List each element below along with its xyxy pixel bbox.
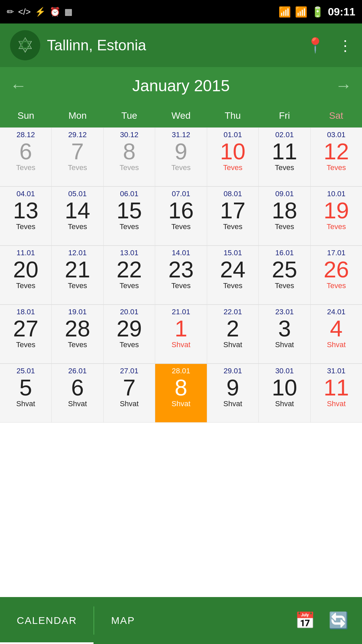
cell-day-num: 11 [272,140,297,163]
cell-greg-date: 21.01 [155,306,206,316]
calendar-cell[interactable]: 14.0123Teves [155,246,206,305]
calendar-cell[interactable]: 16.0125Teves [259,246,310,305]
calendar-cell[interactable]: 28.126Teves [0,128,51,186]
cell-greg-date: 04.01 [0,188,51,198]
wifi-icon: 📶 [279,6,291,18]
calendar-cell[interactable]: 29.019Shvat [207,364,258,423]
cell-greg-date: 31.01 [311,365,362,375]
calendar-today-icon[interactable]: 📅 [295,611,315,630]
cell-day-num: 9 [175,140,187,163]
cell-day-num: 26 [323,258,349,281]
calendar-cell[interactable]: 29.127Teves [52,128,103,186]
cell-greg-date: 01.01 [207,129,258,139]
cell-hebrew: Teves [275,281,294,290]
cell-hebrew: Teves [275,163,294,172]
calendar-cell[interactable]: 21.011Shvat [155,305,206,364]
cell-day-num: 8 [123,140,136,163]
day-header-thu: Thu [207,104,258,127]
calendar-cell[interactable]: 30.128Teves [104,128,155,186]
tab-map[interactable]: MAP [94,597,152,644]
cell-hebrew: Teves [68,340,87,349]
barcode-icon: ▦ [64,7,73,17]
location-icon[interactable]: 📍 [306,37,324,54]
refresh-icon[interactable]: 🔄 [328,611,349,630]
cell-greg-date: 26.01 [52,365,103,375]
cell-day-num: 13 [13,199,39,222]
calendar-cell[interactable]: 19.0128Teves [52,305,103,364]
calendar-cell[interactable]: 08.0117Teves [207,187,258,246]
cell-greg-date: 15.01 [207,247,258,257]
calendar-cell[interactable]: 01.0110Teves [207,128,258,186]
calendar-cell[interactable]: 02.0111Teves [259,128,310,186]
calendar-cell[interactable]: 24.014Shvat [311,305,362,364]
calendar-cell[interactable]: 20.0129Teves [104,305,155,364]
calendar-cell[interactable]: 04.0113Teves [0,187,51,246]
cell-hebrew: Shvat [120,399,138,408]
cell-greg-date: 14.01 [155,247,206,257]
calendar-cell[interactable]: 03.0112Teves [311,128,362,186]
calendar-cell[interactable]: 26.016Shvat [52,364,103,423]
day-header-wed: Wed [155,104,207,127]
cell-day-num: 18 [272,199,297,222]
calendar-cell[interactable]: 23.013Shvat [259,305,310,364]
cell-greg-date: 27.01 [104,365,155,375]
bottom-nav-tabs: CALENDAR MAP [0,597,295,644]
white-space [0,423,362,574]
cell-day-num: 3 [278,317,291,340]
calendar-cell[interactable]: 25.015Shvat [0,364,51,423]
calendar-cell[interactable]: 17.0126Teves [311,246,362,305]
tab-calendar[interactable]: CALENDAR [0,597,94,644]
calendar-cell[interactable]: 05.0114Teves [52,187,103,246]
calendar-cell[interactable]: 13.0122Teves [104,246,155,305]
cell-greg-date: 10.01 [311,188,362,198]
cell-day-num: 14 [65,199,90,222]
calendar-cell[interactable]: 06.0115Teves [104,187,155,246]
cell-greg-date: 23.01 [259,306,310,316]
cell-greg-date: 31.12 [155,129,206,139]
next-month-button[interactable]: → [335,76,352,95]
calendar-cell[interactable]: 27.017Shvat [104,364,155,423]
cell-hebrew: Teves [223,281,242,290]
prev-month-button[interactable]: ← [10,76,27,95]
cell-day-num: 15 [117,199,142,222]
calendar-cell[interactable]: 09.0118Teves [259,187,310,246]
calendar-cell[interactable]: 30.0110Shvat [259,364,310,423]
cell-greg-date: 09.01 [259,188,310,198]
calendar-cell[interactable]: 10.0119Teves [311,187,362,246]
cell-greg-date: 03.01 [311,129,362,139]
more-options-icon[interactable]: ⋮ [338,37,352,54]
cell-greg-date: 11.01 [0,247,51,257]
cell-hebrew: Teves [171,163,190,172]
alarm-icon: ⏰ [50,7,60,17]
cell-greg-date: 02.01 [259,129,310,139]
cell-day-num: 6 [19,140,32,163]
calendar-cell[interactable]: 12.0121Teves [52,246,103,305]
calendar-cell[interactable]: 22.012Shvat [207,305,258,364]
calendar-cell[interactable]: 18.0127Teves [0,305,51,364]
calendar-cell[interactable]: 28.018Shvat [155,364,206,423]
status-bar: ✏ </> ⚡ ⏰ ▦ 📶 📶 🔋 09:11 [0,0,362,23]
cell-day-num: 25 [272,258,297,281]
app-header: ✡ Tallinn, Estonia 📍 ⋮ [0,23,362,67]
calendar-cell[interactable]: 31.0111Shvat [311,364,362,423]
calendar-cell[interactable]: 11.0120Teves [0,246,51,305]
cell-hebrew: Shvat [327,340,346,349]
cell-hebrew: Teves [120,163,139,172]
day-header-tue: Tue [104,104,155,127]
cell-greg-date: 20.01 [104,306,155,316]
cell-day-num: 5 [19,376,32,399]
cell-greg-date: 07.01 [155,188,206,198]
day-header-fri: Fri [258,104,310,127]
cell-hebrew: Teves [120,340,139,349]
cell-day-num: 7 [123,376,136,399]
cell-hebrew: Teves [171,222,190,231]
cell-greg-date: 22.01 [207,306,258,316]
cell-hebrew: Teves [68,222,87,231]
cell-hebrew: Teves [327,163,346,172]
cell-hebrew: Teves [68,163,87,172]
calendar-cell[interactable]: 15.0124Teves [207,246,258,305]
calendar-cell[interactable]: 31.129Teves [155,128,206,186]
cell-hebrew: Shvat [275,340,294,349]
cell-greg-date: 06.01 [104,188,155,198]
calendar-cell[interactable]: 07.0116Teves [155,187,206,246]
